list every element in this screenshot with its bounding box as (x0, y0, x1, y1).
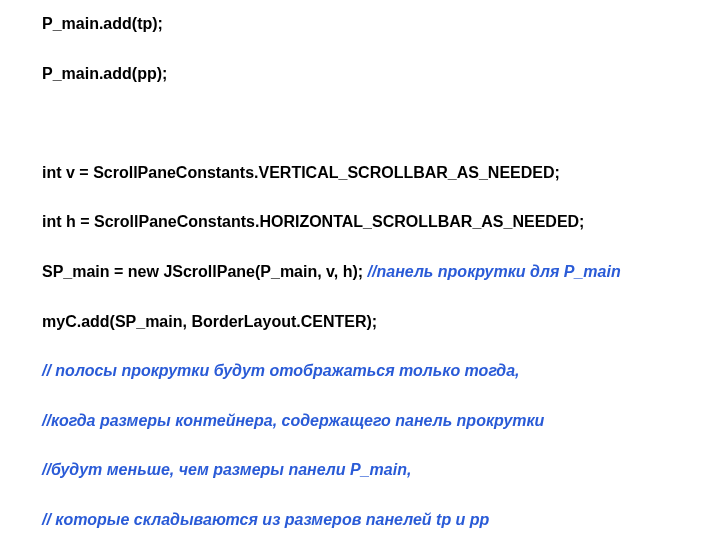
code-comment: // которые складываются из размеров пане… (10, 508, 710, 533)
code-text: SP_main = new JScrollPane(P_main, v, h); (42, 263, 368, 280)
code-line: SP_main = new JScrollPane(P_main, v, h);… (10, 260, 710, 285)
code-line: int h = ScrollPaneConstants.HORIZONTAL_S… (10, 210, 710, 235)
code-comment: //будут меньше, чем размеры панели P_mai… (10, 458, 710, 483)
code-comment: //панель прокрутки для P_main (368, 263, 621, 280)
code-line: myC.add(SP_main, BorderLayout.CENTER); (10, 310, 710, 335)
code-comment: // полосы прокрутки будут отображаться т… (10, 359, 710, 384)
code-line: int v = ScrollPaneConstants.VERTICAL_SCR… (10, 161, 710, 186)
code-line: P_main.add(pp); (10, 62, 710, 87)
blank-line (10, 111, 710, 136)
code-comment: //когда размеры контейнера, содержащего … (10, 409, 710, 434)
code-line: P_main.add(tp); (10, 12, 710, 37)
code-block: P_main.add(tp); P_main.add(pp); int v = … (10, 12, 710, 540)
